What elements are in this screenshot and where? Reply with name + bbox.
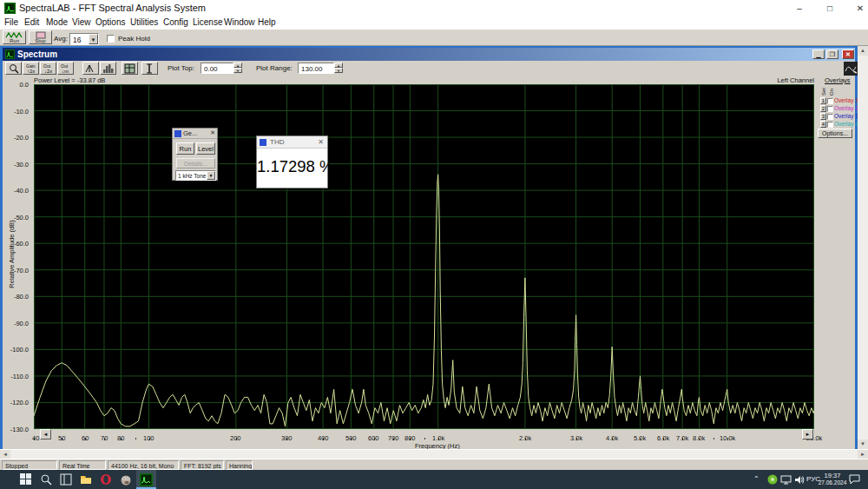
pan-left-button[interactable]: ◄ (40, 429, 51, 439)
generator-tool-icon[interactable] (844, 62, 858, 76)
overlay-store-button[interactable]: 2 (820, 105, 826, 112)
overlay-checkbox[interactable] (827, 114, 833, 120)
tray-expand-chevron-icon[interactable]: ⌃ (753, 475, 760, 483)
spectralab-application: SpectraLAB - FFT Spectral Analysis Syste… (0, 0, 868, 489)
overlay-checkbox[interactable] (827, 106, 833, 112)
file-explorer-button[interactable] (76, 470, 96, 489)
generator-dialog-title-bar[interactable]: Ge... ✕ (173, 129, 217, 139)
thd-dialog-title-bar[interactable]: THD ✕ (257, 136, 327, 149)
avg-value: 16 (73, 36, 81, 44)
x-tick-label: 300 (281, 434, 293, 442)
y-axis-labels: 0.0-10.0-20.0-30.0-40.0-50.0-60.0-70.0-8… (0, 0, 31, 489)
avg-dropdown-arrow-icon[interactable]: ▼ (89, 34, 98, 44)
generator-signal-dropdown[interactable]: 1 kHz Tone ▼ (175, 170, 216, 181)
action-center-icon[interactable] (849, 474, 860, 485)
peak-hold-checkbox[interactable] (107, 35, 115, 43)
stop-button[interactable]: Stop (29, 30, 52, 44)
tray-volume-icon[interactable] (794, 475, 805, 485)
menu-license[interactable]: License (193, 17, 222, 27)
overlay-checkbox[interactable] (827, 122, 833, 128)
x-tick-label: 70 (101, 434, 108, 442)
spectralab-taskbar-button[interactable] (136, 470, 156, 489)
y-tick-label: -40.0 (0, 187, 31, 195)
plot-range-field[interactable]: 130.00 (298, 63, 334, 74)
overlay-row: 4Overlay 4 (819, 121, 861, 129)
avg-dropdown[interactable]: 16 ▼ (69, 33, 99, 45)
peak-hold-label: Peak Hold (118, 35, 150, 43)
tray-clock-time[interactable]: 19:37 (818, 472, 847, 479)
plot-top-field[interactable]: 0.00 (201, 63, 233, 74)
opera-button[interactable] (96, 470, 116, 489)
task-view-button[interactable] (56, 470, 76, 489)
avg-label: Avg: (54, 35, 68, 43)
spectrum-maximize-button[interactable]: ❐ (826, 50, 838, 59)
overlay-label: Overlay 1 (834, 97, 858, 103)
channel-label: Left Channel (764, 76, 814, 84)
generator-run-button[interactable]: Run (176, 142, 194, 155)
x-tick-label: 40 (32, 434, 39, 442)
tray-clock-date[interactable]: 27.06.2024 (818, 479, 847, 486)
scroll-down-icon[interactable]: ▼ (858, 439, 868, 449)
gimp-button[interactable] (116, 470, 136, 489)
overlays-col-set: Set (821, 88, 826, 96)
y-tick-label: -80.0 (0, 293, 31, 301)
thd-dialog-close-icon[interactable]: ✕ (318, 138, 324, 146)
grid-settings-button[interactable] (122, 62, 138, 75)
x-tick-label: 6.0k (657, 434, 669, 442)
overlay-store-button[interactable]: 1 (820, 97, 826, 104)
menu-options[interactable]: Options (95, 17, 125, 27)
menu-window[interactable]: Window (224, 17, 255, 27)
peak-marker-button[interactable] (82, 62, 99, 75)
status-segment: Stopped (2, 460, 57, 470)
plot-top-spinner[interactable]: ▲▼ (233, 63, 242, 74)
scroll-up-icon[interactable]: ▲ (858, 46, 868, 56)
start-button[interactable] (16, 470, 36, 489)
horizontal-scrollbar[interactable]: ◄ ► (0, 449, 868, 459)
x-tick-label: 400 (318, 434, 329, 442)
generator-level-button[interactable]: Level (196, 142, 215, 155)
overlays-title: Overlays (825, 76, 851, 84)
minimize-button[interactable]: – (786, 0, 812, 17)
taskbar-search-button[interactable] (36, 470, 56, 489)
close-button[interactable]: ✕ (847, 0, 868, 17)
menu-mode[interactable]: Mode (46, 17, 68, 27)
title-bar: SpectraLAB - FFT Spectral Analysis Syste… (0, 0, 868, 17)
spectrum-close-button[interactable]: ✕ (842, 50, 854, 59)
overlays-col-on: On (829, 89, 834, 96)
window-title: SpectraLAB - FFT Spectral Analysis Syste… (19, 3, 206, 13)
cursor-tool-button[interactable] (141, 62, 158, 75)
generator-dialog-title: Ge... (183, 129, 197, 137)
overlay-checkbox[interactable] (827, 98, 833, 104)
x-tick-label: 10.0k (720, 434, 735, 442)
overlays-options-button[interactable]: Options... (818, 129, 852, 138)
thd-dialog-icon (260, 139, 266, 146)
spectrum-minimize-button[interactable]: ▁ (812, 50, 825, 59)
plot-range-spinner[interactable]: ▲▼ (334, 63, 343, 74)
menu-view[interactable]: View (72, 17, 91, 27)
overlay-store-button[interactable]: 4 (820, 121, 826, 128)
generator-dialog-close-icon[interactable]: ✕ (210, 129, 215, 136)
zoom-reset-button[interactable]: Out↓m (57, 62, 74, 75)
svg-text:↓m: ↓m (62, 69, 69, 74)
menu-utilities[interactable]: Utilities (130, 17, 158, 27)
maximize-button[interactable]: □ (817, 0, 843, 17)
pan-right-button[interactable]: ► (802, 429, 813, 439)
tray-antivirus-icon[interactable] (767, 474, 778, 485)
menu-config[interactable]: Config (163, 17, 188, 27)
zoom-out-2x-button[interactable]: Out↓2x (40, 62, 56, 75)
generator-dropdown-arrow-icon[interactable]: ▼ (207, 171, 215, 180)
generator-details-button[interactable]: Details... (176, 158, 215, 169)
tray-network-icon[interactable] (780, 475, 792, 485)
y-tick-label: -100.0 (0, 346, 31, 354)
x-tick-label: 1.0k (432, 434, 444, 442)
histogram-button[interactable] (100, 62, 116, 75)
vertical-scrollbar[interactable]: ▲ ▼ (858, 46, 868, 449)
y-tick-label: 0.0 (0, 81, 31, 89)
menu-bar: FileEditModeViewOptionsUtilitiesConfigLi… (0, 17, 868, 29)
y-tick-label: -50.0 (0, 214, 31, 221)
menu-help[interactable]: Help (258, 17, 276, 27)
y-tick-label: -20.0 (0, 134, 31, 142)
overlay-store-button[interactable]: 3 (820, 113, 826, 120)
spectrum-title-bar: Spectrum ▁ ❐ ✕ (3, 48, 855, 61)
spectrum-plot[interactable] (34, 84, 814, 429)
